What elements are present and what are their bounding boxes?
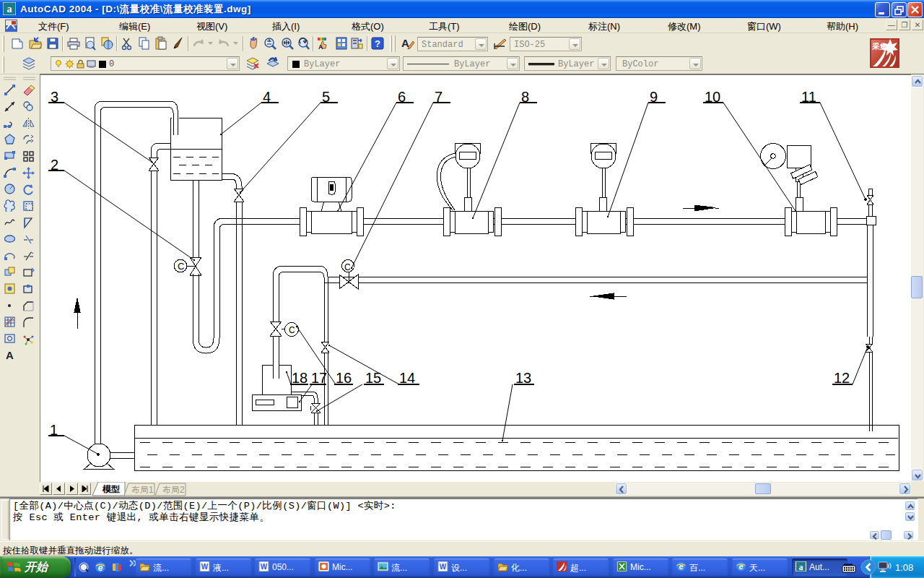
svg-text:C: C [178, 261, 184, 272]
svg-text:e: e [738, 562, 743, 571]
svg-text:W: W [261, 563, 268, 571]
svg-text:布局2: 布局2 [162, 485, 185, 495]
svg-text:3: 3 [51, 89, 58, 105]
svg-text:11: 11 [801, 89, 816, 105]
svg-text:采集: 采集 [872, 42, 888, 51]
svg-text:16: 16 [336, 370, 352, 386]
svg-text:10: 10 [705, 89, 720, 105]
svg-text:9: 9 [650, 89, 658, 105]
svg-text:8: 8 [521, 89, 529, 105]
svg-text:4: 4 [263, 89, 271, 105]
svg-text:14: 14 [399, 370, 415, 386]
svg-text:6: 6 [398, 89, 406, 105]
svg-text:W: W [440, 563, 447, 571]
svg-text:A: A [318, 43, 323, 51]
svg-text:W: W [201, 563, 209, 571]
svg-text:15: 15 [365, 370, 381, 386]
svg-text:?: ? [375, 38, 380, 49]
svg-text:13: 13 [515, 370, 531, 386]
svg-text:17: 17 [311, 370, 327, 386]
svg-text:e: e [679, 562, 683, 571]
svg-text:2: 2 [51, 157, 58, 173]
svg-text:A: A [6, 349, 14, 361]
svg-text:C: C [344, 262, 351, 272]
svg-text:a: a [7, 4, 12, 14]
svg-text:1: 1 [50, 422, 58, 438]
svg-text:5: 5 [322, 89, 330, 105]
svg-text:7: 7 [435, 89, 443, 105]
svg-text:布局1: 布局1 [131, 485, 154, 495]
svg-text:a: a [799, 563, 803, 571]
svg-text:18: 18 [292, 370, 308, 386]
svg-text:12: 12 [834, 370, 850, 386]
svg-text:模型: 模型 [102, 484, 120, 494]
svg-text:C: C [289, 325, 295, 335]
